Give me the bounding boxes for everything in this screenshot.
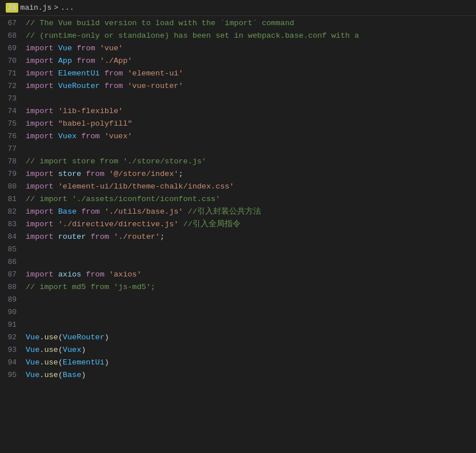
token-id: axios [58,270,82,279]
token-cmt: // import './assets/iconfont/iconfont.cs… [26,195,220,203]
line-number: 95 [0,369,26,382]
token-kw: import [26,270,54,279]
token-obj: Base [63,371,81,379]
token-fn: use [44,333,58,342]
token-kw: import [26,220,54,228]
line-number: 85 [0,243,26,256]
code-line: 77 [0,143,476,155]
line-content: // import store from './store/store.js' [26,155,476,168]
line-content [26,294,476,306]
token-plain [72,57,77,65]
code-line: 73 [0,93,476,105]
code-line: 75import "babel-polyfill" [0,118,476,130]
token-obj: VueRouter [63,333,105,342]
token-str: '@/store/index' [109,170,179,178]
token-str: './utils/base.js' [105,207,183,216]
token-obj: Vue [26,346,39,354]
token-kw: from [86,170,104,178]
code-line: 72import VueRouter from 'vue-router' [0,80,476,93]
token-cmt: //引入全局指令 [183,220,240,228]
breadcrumb-filename[interactable]: main.js [21,3,52,12]
token-kw: import [26,69,54,78]
line-content: import 'lib-flexible' [26,105,476,118]
token-plain: ( [58,333,63,342]
line-content: import Vuex from 'vuex' [26,130,476,143]
token-obj: Vue [58,44,72,53]
code-editor: 67// The Vue build version to load with … [0,16,476,382]
code-line: 95Vue.use(Base) [0,369,476,382]
token-plain: ( [58,346,63,354]
code-line: 71import ElementUi from 'element-ui' [0,67,476,80]
token-str: './App' [100,57,133,65]
line-content: Vue.use(Base) [26,369,476,382]
line-number: 93 [0,344,26,356]
line-number: 94 [0,356,26,369]
line-number: 71 [0,67,26,80]
token-plain [54,69,58,78]
token-plain: ) [105,333,109,342]
token-obj: ElementUi [63,358,105,367]
token-plain [54,207,58,216]
token-obj: Vue [26,371,39,379]
token-plain [95,44,100,53]
code-line: 76import Vuex from 'vuex' [0,130,476,143]
token-plain [54,44,58,53]
code-line: 67// The Vue build version to load with … [0,17,476,30]
token-obj: Vue [26,333,39,342]
token-plain [183,207,187,216]
token-cmt: // import md5 from 'js-md5'; [26,283,155,291]
token-kw: from [90,232,109,241]
token-kw: import [26,207,54,216]
code-line: 87import axios from 'axios' [0,268,476,281]
line-content: Vue.use(VueRouter) [26,331,476,344]
line-content: import './directive/directive.js' //引入全局… [26,218,476,231]
token-str: './directive/directive.js' [58,220,179,228]
code-line: 70import App from './App' [0,55,476,67]
breadcrumb-bar: JS main.js > ... [0,0,476,16]
token-str: 'axios' [109,270,142,279]
token-kw: import [26,132,54,141]
token-str: 'element-ui/lib/theme-chalk/index.css' [58,182,234,191]
token-plain [54,182,58,191]
token-str: 'lib-flexible' [58,107,123,115]
token-obj: Vuex [63,346,81,354]
line-number: 70 [0,55,26,67]
line-content: Vue.use(Vuex) [26,344,476,356]
token-kw: import [26,232,54,241]
token-kw: from [81,132,99,141]
token-plain [105,270,109,279]
line-number: 68 [0,30,26,42]
token-str: "babel-polyfill" [58,119,133,128]
line-content [26,319,476,331]
line-number: 78 [0,155,26,168]
line-number: 72 [0,80,26,93]
line-content: import ElementUi from 'element-ui' [26,67,476,80]
token-str: 'element-ui' [127,69,183,78]
token-str: 'vuex' [105,132,133,141]
token-plain [72,44,77,53]
line-content: import router from './router'; [26,231,476,243]
token-obj: ElementUi [58,69,100,78]
token-plain [54,270,58,279]
token-plain [100,132,105,141]
token-kw: from [81,207,99,216]
token-id: router [58,232,86,241]
code-line: 84import router from './router'; [0,231,476,243]
line-number: 87 [0,268,26,281]
token-kw: from [77,57,95,65]
token-plain [95,57,100,65]
token-str: 'vue-router' [127,82,183,90]
line-number: 81 [0,193,26,206]
line-number: 67 [0,17,26,30]
line-content: import VueRouter from 'vue-router' [26,80,476,93]
code-line: 94Vue.use(ElementUi) [0,356,476,369]
line-number: 84 [0,231,26,243]
token-kw: from [105,82,123,90]
line-number: 83 [0,218,26,231]
line-content: import axios from 'axios' [26,268,476,281]
code-line: 93Vue.use(Vuex) [0,344,476,356]
code-line: 80import 'element-ui/lib/theme-chalk/ind… [0,181,476,193]
code-line: 88// import md5 from 'js-md5'; [0,281,476,294]
code-line: 78// import store from './store/store.js… [0,155,476,168]
token-plain [100,69,105,78]
